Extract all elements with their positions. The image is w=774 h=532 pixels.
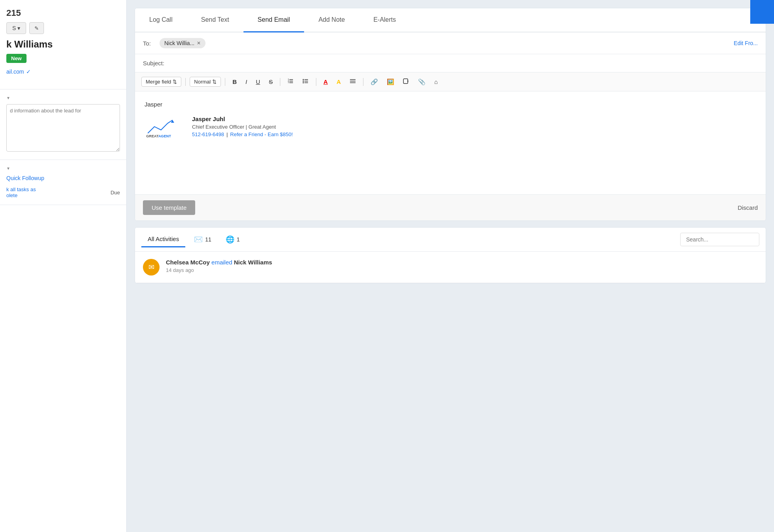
sidebar: 215 S ▾ ✎ k Williams New ail.com ✓ ▼: [0, 0, 127, 532]
to-label: To:: [143, 40, 155, 47]
all-activities-tab[interactable]: All Activities: [141, 232, 185, 247]
status-badge: New: [6, 54, 27, 63]
activity-item: ✉ Chelsea McCoy emailed Nick Williams 14…: [135, 252, 766, 283]
sidebar-top-section: 215 S ▾ ✎ k Williams New ail.com ✓: [0, 0, 126, 89]
font-style-select[interactable]: Normal ⇅: [190, 77, 221, 87]
chevron-down-icon: ▾: [17, 25, 20, 31]
svg-point-11: [303, 82, 304, 84]
sig-refer-link[interactable]: Refer a Friend - Earn $850!: [230, 131, 293, 137]
sidebar-id: 215: [6, 8, 120, 18]
editor-body[interactable]: Jasper GREAT AGENT: [135, 91, 766, 194]
activity-time: 14 days ago: [166, 267, 758, 273]
sig-title: Chief Executive Officer | Great Agent: [192, 124, 293, 130]
italic-button[interactable]: I: [242, 77, 250, 87]
great-agent-logo: GREAT AGENT: [145, 116, 184, 139]
svg-text:3: 3: [288, 81, 289, 84]
svg-point-9: [303, 79, 304, 80]
subject-row: Subject:: [135, 54, 766, 72]
unordered-list-button[interactable]: [299, 76, 312, 87]
info-section: ▼: [0, 89, 126, 160]
email-activity-badge[interactable]: ✉️ 11: [188, 232, 217, 247]
toolbar-divider-2: [225, 78, 225, 86]
sidebar-actions: S ▾ ✎: [6, 22, 120, 34]
chevron-down-icon: ▼: [6, 96, 10, 100]
due-label: Due: [110, 190, 120, 196]
ordered-list-button[interactable]: 123: [284, 76, 297, 87]
to-row: To: Nick Willia... ✕ Edit Fro...: [135, 32, 766, 54]
tab-e-alerts[interactable]: E-Alerts: [359, 8, 410, 32]
chevron-icon: ⇅: [173, 79, 177, 85]
sig-name: Jasper Juhl: [192, 116, 293, 122]
align-button[interactable]: [346, 76, 359, 87]
link-button[interactable]: 🔗: [367, 77, 381, 87]
edit-icon: ✎: [34, 25, 39, 31]
edit-button[interactable]: ✎: [29, 22, 44, 34]
tasks-row: k all tasks as olete Due: [6, 186, 120, 198]
activities-header: All Activities ✉️ 11 🌐 1: [135, 228, 766, 252]
lead-info-textarea[interactable]: [6, 104, 120, 152]
highlight-button[interactable]: A: [333, 77, 344, 87]
signature-info: Jasper Juhl Chief Executive Officer | Gr…: [192, 116, 293, 137]
svg-point-10: [303, 81, 304, 82]
toolbar-divider-1: [185, 78, 186, 86]
followup-section: ▼ Quick Followup k all tasks as olete Du…: [0, 160, 126, 205]
font-color-button[interactable]: A: [320, 77, 331, 87]
quick-followup-link[interactable]: Quick Followup: [6, 175, 44, 181]
toolbar-divider-3: [280, 78, 280, 86]
toolbar-divider-5: [363, 78, 363, 86]
svg-text:GREAT: GREAT: [146, 134, 159, 138]
sig-links: 512-619-6498 | Refer a Friend - Earn $85…: [192, 131, 293, 137]
svg-text:AGENT: AGENT: [158, 134, 171, 138]
image-button[interactable]: 🖼️: [384, 77, 397, 87]
activity-content: Chelsea McCoy emailed Nick Williams 14 d…: [166, 259, 758, 273]
globe-activity-badge[interactable]: 🌐 1: [220, 232, 245, 247]
subject-label: Subject:: [143, 60, 169, 66]
signature-block: GREAT AGENT Jasper Juhl Chief Executive …: [145, 116, 756, 139]
underline-button[interactable]: U: [253, 77, 263, 87]
subject-input[interactable]: [173, 60, 758, 66]
attachment-button[interactable]: 📎: [415, 77, 429, 87]
chevron-icon-2: ⇅: [212, 79, 217, 85]
globe-icon: 🌐: [226, 235, 234, 244]
activity-list: ✉ Chelsea McCoy emailed Nick Williams 14…: [135, 252, 766, 283]
bold-button[interactable]: B: [229, 77, 240, 87]
chevron-down-icon-2: ▼: [6, 166, 10, 171]
compose-footer: Use template Discard: [135, 194, 766, 220]
s-button[interactable]: S ▾: [6, 22, 26, 34]
svg-rect-15: [403, 79, 408, 84]
toolbar-divider-4: [316, 78, 316, 86]
top-right-button[interactable]: [750, 0, 774, 24]
globe-badge-count: 1: [237, 236, 240, 243]
sig-phone[interactable]: 512-619-6498: [192, 131, 224, 137]
tab-send-text[interactable]: Send Text: [187, 8, 243, 32]
editor-toolbar: Merge field ⇅ Normal ⇅ B I U S 123: [135, 72, 766, 91]
contact-email: ail.com ✓: [6, 68, 120, 75]
email-badge-count: 11: [205, 236, 211, 243]
followup-section-header: ▼: [6, 166, 120, 171]
video-button[interactable]: [400, 76, 413, 87]
compose-panel: Log Call Send Text Send Email Add Note E…: [135, 8, 766, 221]
activities-panel: All Activities ✉️ 11 🌐 1 ✉: [135, 227, 766, 283]
email-icon: ✉: [148, 263, 154, 272]
strikethrough-button[interactable]: S: [266, 77, 276, 87]
edit-from-link[interactable]: Edit Fro...: [734, 40, 758, 46]
activities-search-input[interactable]: [680, 233, 759, 246]
merge-field-select[interactable]: Merge field ⇅: [141, 77, 181, 87]
check-icon: ✓: [26, 68, 31, 75]
use-template-button[interactable]: Use template: [143, 200, 195, 215]
tab-add-note[interactable]: Add Note: [304, 8, 359, 32]
email-icon: ✉️: [194, 235, 203, 244]
tab-send-email[interactable]: Send Email: [243, 8, 304, 32]
home-button[interactable]: ⌂: [431, 77, 441, 87]
logo-block: GREAT AGENT: [145, 116, 184, 139]
remove-recipient-button[interactable]: ✕: [197, 40, 201, 46]
discard-button[interactable]: Discard: [738, 204, 758, 211]
tab-bar: Log Call Send Text Send Email Add Note E…: [135, 8, 766, 32]
recipient-chip: Nick Willia... ✕: [160, 38, 205, 48]
tab-log-call[interactable]: Log Call: [135, 8, 187, 32]
activity-title: Chelsea McCoy emailed Nick Williams: [166, 259, 758, 266]
tasks-link[interactable]: k all tasks as olete: [6, 186, 36, 198]
contact-name: k Williams: [6, 39, 120, 50]
info-section-header: ▼: [6, 96, 120, 100]
editor-greeting: Jasper: [145, 101, 756, 108]
